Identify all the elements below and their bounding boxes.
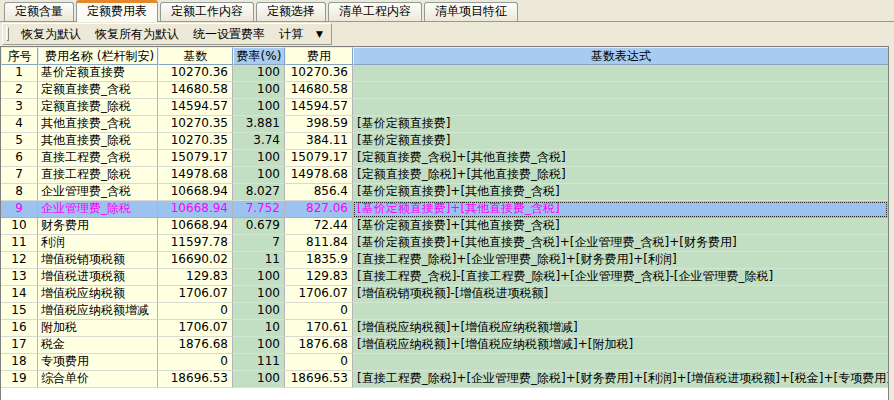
cell-expr[interactable]: [基价定额直接费]+[其他直接费_含税]+[企业管理费_含税]+[财务费用] (353, 235, 888, 252)
cell-seq[interactable]: 10 (1, 218, 38, 235)
cell-fee[interactable]: 14978.68 (285, 167, 353, 184)
tab-3[interactable]: 定额工作内容 (160, 2, 254, 21)
cell-seq[interactable]: 17 (1, 337, 38, 354)
cell-seq[interactable]: 12 (1, 252, 38, 269)
cell-base[interactable]: 1876.68 (158, 337, 233, 354)
cell-name[interactable]: 定额直接费_除税 (38, 99, 158, 116)
cell-seq[interactable]: 3 (1, 99, 38, 116)
cell-rate[interactable]: 111 (233, 354, 285, 371)
cell-expr[interactable]: [基价定额直接费] (353, 116, 888, 133)
table-row[interactable]: 6直接工程费_含税15079.1710015079.17[定额直接费_含税]+[… (1, 150, 888, 167)
cell-fee[interactable]: 10270.36 (285, 65, 353, 82)
cell-name[interactable]: 附加税 (38, 320, 158, 337)
cell-rate[interactable]: 10 (233, 320, 285, 337)
cell-expr[interactable]: [基价定额直接费]+[其他直接费_含税] (353, 218, 888, 235)
cell-fee[interactable]: 129.83 (285, 269, 353, 286)
cell-expr[interactable]: [增值税销项税额]-[增值税进项税额] (353, 286, 888, 303)
table-row[interactable]: 19综合单价18696.5310018696.53[直接工程费_除税]+[企业管… (1, 371, 888, 388)
cell-base[interactable]: 10270.36 (158, 65, 233, 82)
cell-seq[interactable]: 11 (1, 235, 38, 252)
cell-seq[interactable]: 9 (1, 201, 38, 218)
cell-seq[interactable]: 1 (1, 65, 38, 82)
cell-fee[interactable]: 14594.57 (285, 99, 353, 116)
toolbar-button-4[interactable]: 计算 (272, 24, 310, 44)
cell-seq[interactable]: 19 (1, 371, 38, 388)
cell-fee[interactable]: 811.84 (285, 235, 353, 252)
table-row[interactable]: 16附加税1706.0710170.61[增值税应纳税额]+[增值税应纳税额增减… (1, 320, 888, 337)
cell-base[interactable]: 11597.78 (158, 235, 233, 252)
cell-fee[interactable]: 14680.58 (285, 82, 353, 99)
table-row[interactable]: 10财务费用10668.940.67972.44[基价定额直接费]+[其他直接费… (1, 218, 888, 235)
cell-name[interactable]: 企业管理费_除税 (38, 201, 158, 218)
cell-fee[interactable]: 0 (285, 354, 353, 371)
cell-rate[interactable]: 11 (233, 252, 285, 269)
cell-rate[interactable]: 8.027 (233, 184, 285, 201)
cell-fee[interactable]: 1835.9 (285, 252, 353, 269)
cell-base[interactable]: 16690.02 (158, 252, 233, 269)
cell-rate[interactable]: 7.752 (233, 201, 285, 218)
cell-base[interactable]: 0 (158, 354, 233, 371)
tab-1[interactable]: 定额含量 (4, 2, 74, 21)
cell-fee[interactable]: 72.44 (285, 218, 353, 235)
cell-rate[interactable]: 100 (233, 82, 285, 99)
cell-expr[interactable] (353, 99, 888, 116)
table-row[interactable]: 1基价定额直接费10270.3610010270.36 (1, 65, 888, 82)
cell-expr[interactable]: [定额直接费_除税]+[其他直接费_除税] (353, 167, 888, 184)
cell-name[interactable]: 其他直接费_含税 (38, 116, 158, 133)
cell-seq[interactable]: 7 (1, 167, 38, 184)
cell-expr[interactable] (353, 82, 888, 99)
cell-expr[interactable]: [增值税应纳税额]+[增值税应纳税额增减] (353, 320, 888, 337)
cell-name[interactable]: 财务费用 (38, 218, 158, 235)
table-row[interactable]: 5其他直接费_除税10270.353.74384.11[基价定额直接费] (1, 133, 888, 150)
toolbar-button-3[interactable]: 统一设置费率 (186, 24, 272, 44)
cell-fee[interactable]: 856.4 (285, 184, 353, 201)
table-row[interactable]: 4其他直接费_含税10270.353.881398.59[基价定额直接费] (1, 116, 888, 133)
cell-base[interactable]: 14594.57 (158, 99, 233, 116)
cell-rate[interactable]: 100 (233, 150, 285, 167)
tab-2[interactable]: 定额费用表 (76, 0, 158, 22)
cell-base[interactable]: 129.83 (158, 269, 233, 286)
cell-name[interactable]: 利润 (38, 235, 158, 252)
cell-name[interactable]: 直接工程费_除税 (38, 167, 158, 184)
cell-base[interactable]: 14978.68 (158, 167, 233, 184)
tab-4[interactable]: 定额选择 (256, 2, 326, 21)
cell-name[interactable]: 直接工程费_含税 (38, 150, 158, 167)
toolbar-button-1[interactable]: 恢复为默认 (14, 24, 88, 44)
cell-rate[interactable]: 100 (233, 286, 285, 303)
cell-rate[interactable]: 3.74 (233, 133, 285, 150)
cell-expr[interactable]: [基价定额直接费]+[其他直接费_含税] (353, 201, 888, 218)
cell-base[interactable]: 10668.94 (158, 184, 233, 201)
cell-seq[interactable]: 14 (1, 286, 38, 303)
cell-rate[interactable]: 3.881 (233, 116, 285, 133)
cell-expr[interactable]: [增值税应纳税额]+[增值税应纳税额增减]+[附加税] (353, 337, 888, 354)
cell-expr[interactable] (353, 354, 888, 371)
cell-name[interactable]: 其他直接费_除税 (38, 133, 158, 150)
cell-expr[interactable]: [直接工程费_含税]-[直接工程费_除税]+[企业管理费_含税]-[企业管理费_… (353, 269, 888, 286)
table-row[interactable]: 8企业管理费_含税10668.948.027856.4[基价定额直接费]+[其他… (1, 184, 888, 201)
table-row[interactable]: 14增值税应纳税额1706.071001706.07[增值税销项税额]-[增值税… (1, 286, 888, 303)
cell-base[interactable]: 10668.94 (158, 218, 233, 235)
cell-rate[interactable]: 100 (233, 337, 285, 354)
cell-fee[interactable]: 384.11 (285, 133, 353, 150)
cell-base[interactable]: 15079.17 (158, 150, 233, 167)
cell-rate[interactable]: 100 (233, 167, 285, 184)
table-row[interactable]: 12增值税销项税额16690.02111835.9[直接工程费_除税]+[企业管… (1, 252, 888, 269)
cell-base[interactable]: 1706.07 (158, 320, 233, 337)
cell-rate[interactable]: 100 (233, 303, 285, 320)
table-row[interactable]: 11利润11597.787811.84[基价定额直接费]+[其他直接费_含税]+… (1, 235, 888, 252)
cell-name[interactable]: 定额直接费_含税 (38, 82, 158, 99)
cell-rate[interactable]: 100 (233, 65, 285, 82)
cell-name[interactable]: 企业管理费_含税 (38, 184, 158, 201)
cell-seq[interactable]: 16 (1, 320, 38, 337)
table-row[interactable]: 3定额直接费_除税14594.5710014594.57 (1, 99, 888, 116)
cell-fee[interactable]: 15079.17 (285, 150, 353, 167)
tab-5[interactable]: 清单工程内容 (328, 2, 422, 21)
cell-base[interactable]: 10270.35 (158, 133, 233, 150)
table-row[interactable]: 13增值税进项税额129.83100129.83[直接工程费_含税]-[直接工程… (1, 269, 888, 286)
cell-fee[interactable]: 827.06 (285, 201, 353, 218)
cell-rate[interactable]: 0.679 (233, 218, 285, 235)
cell-base[interactable]: 14680.58 (158, 82, 233, 99)
cell-seq[interactable]: 18 (1, 354, 38, 371)
cell-seq[interactable]: 8 (1, 184, 38, 201)
cell-fee[interactable]: 0 (285, 303, 353, 320)
